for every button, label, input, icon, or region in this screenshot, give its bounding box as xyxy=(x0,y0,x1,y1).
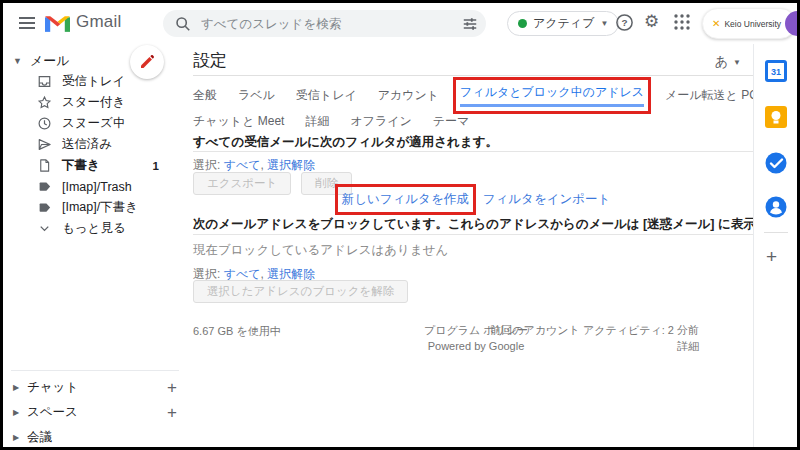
settings-gear-icon[interactable]: ⚙ xyxy=(644,11,659,32)
settings-tabs-row2: チャットと Meet 詳細 オフライン テーマ xyxy=(193,110,759,132)
active-status-dot xyxy=(518,19,527,28)
gmail-m-icon xyxy=(45,13,70,32)
gmail-settings-page: Gmail アクティブ ▼ ? ⚙ ✕ Keio University xyxy=(0,0,800,450)
new-chat-button[interactable]: + xyxy=(167,378,177,398)
create-filter-link[interactable]: 新しいフィルタを作成 xyxy=(342,191,469,208)
select-label: 選択: xyxy=(193,267,220,281)
chevron-down-icon xyxy=(37,221,52,236)
keio-logo-icon: ✕ xyxy=(712,18,720,29)
blocked-section-heading: 次のメールアドレスをブロックしています。これらのアドレスからのメールは [迷惑メ… xyxy=(193,216,759,233)
help-icon[interactable]: ? xyxy=(615,13,634,32)
sidebar-item-imap-trash[interactable]: [Imap]/Trash xyxy=(3,176,191,197)
label-tag-icon xyxy=(37,179,52,194)
search-icon[interactable] xyxy=(175,16,191,32)
avatar[interactable] xyxy=(785,11,800,36)
sidebar-section-label: メール xyxy=(30,52,70,70)
chevron-down-icon: ▼ xyxy=(13,56,22,66)
tab-advanced[interactable]: 詳細 xyxy=(305,113,329,130)
divider xyxy=(193,75,759,76)
label-tag-icon xyxy=(37,200,52,215)
sidebar: ▼ メール 受信トレイ スター付き スヌーズ中 送信済み xyxy=(3,44,191,447)
tab-inbox[interactable]: 受信トレイ xyxy=(296,87,357,104)
sidebar-item-imap-drafts[interactable]: [Imap]/下書き xyxy=(3,197,191,218)
drafts-count-badge: 1 xyxy=(153,160,159,172)
sidebar-item-inbox[interactable]: 受信トレイ xyxy=(3,71,191,92)
tab-filters-blocked-addresses[interactable]: フィルタとブロック中のアドレス xyxy=(460,84,644,107)
page-title: 設定 xyxy=(193,49,227,72)
input-tools-selector[interactable]: あ ▼ xyxy=(715,53,741,71)
chevron-right-icon: ▶ xyxy=(13,383,27,392)
availability-status-button[interactable]: アクティブ ▼ xyxy=(507,11,619,36)
clock-icon xyxy=(37,116,52,131)
sidebar-item-drafts[interactable]: 下書き 1 xyxy=(3,155,191,176)
select-all-link[interactable]: すべて xyxy=(224,267,261,281)
settings-main: 設定 あ ▼ 全般 ラベル 受信トレイ アカウント フィルタとブロック中のアドレ… xyxy=(193,44,759,447)
tab-general[interactable]: 全般 xyxy=(193,87,217,104)
unblock-selected-button[interactable]: 選択したアドレスのブロックを解除 xyxy=(193,280,408,303)
search-bar[interactable] xyxy=(163,10,486,37)
chevron-right-icon: ▶ xyxy=(13,433,27,442)
select-label: 選択: xyxy=(193,158,220,172)
google-calendar-icon[interactable]: 31 xyxy=(763,58,789,84)
sidebar-item-sent[interactable]: 送信済み xyxy=(3,134,191,155)
svg-text:?: ? xyxy=(621,17,627,28)
filters-section-heading: すべての受信メールに次のフィルタが適用されます。 xyxy=(193,134,759,151)
filter-actions-row: 新しいフィルタを作成 フィルタをインポート xyxy=(193,191,759,208)
google-apps-grid-icon[interactable] xyxy=(673,13,691,31)
sidebar-divider xyxy=(11,370,179,371)
draft-icon xyxy=(37,158,52,173)
select-none-link[interactable]: 選択解除 xyxy=(267,267,315,281)
sidebar-section-mail[interactable]: ▼ メール xyxy=(13,52,70,70)
hamburger-menu-icon[interactable] xyxy=(17,13,37,33)
select-all-link[interactable]: すべて xyxy=(224,158,261,172)
send-icon xyxy=(37,137,52,152)
side-panel: 31 + xyxy=(753,44,797,447)
svg-text:31: 31 xyxy=(771,67,781,77)
sidebar-item-more[interactable]: もっと見る xyxy=(3,218,191,239)
search-input[interactable] xyxy=(201,17,462,31)
tab-themes[interactable]: テーマ xyxy=(433,113,470,130)
star-icon xyxy=(37,95,52,110)
sidebar-item-meet[interactable]: ▶ 会議 xyxy=(3,425,191,450)
inbox-icon xyxy=(37,74,52,89)
tab-chat-meet[interactable]: チャットと Meet xyxy=(193,113,284,130)
gmail-logo: Gmail xyxy=(45,12,121,32)
pencil-icon xyxy=(139,54,155,70)
divider xyxy=(193,234,759,235)
divider xyxy=(193,151,759,152)
activity-details-link[interactable]: 詳細 xyxy=(490,338,699,354)
chevron-down-icon: ▼ xyxy=(733,58,741,67)
status-label: アクティブ xyxy=(533,15,594,32)
chevron-down-icon: ▼ xyxy=(600,19,608,28)
account-name: Keio University xyxy=(724,19,781,29)
select-none-link[interactable]: 選択解除 xyxy=(267,158,315,172)
search-options-icon[interactable] xyxy=(462,16,478,32)
sidebar-item-spaces[interactable]: ▶ スペース + xyxy=(3,400,191,425)
tab-labels[interactable]: ラベル xyxy=(238,87,275,104)
tab-offline[interactable]: オフライン xyxy=(350,113,411,130)
header: Gmail アクティブ ▼ ? ⚙ ✕ Keio University xyxy=(3,3,797,44)
import-filters-link[interactable]: フィルタをインポート xyxy=(483,191,611,208)
gmail-wordmark: Gmail xyxy=(76,12,121,32)
settings-tabs-row1: 全般 ラベル 受信トレイ アカウント フィルタとブロック中のアドレス メール転送… xyxy=(193,80,759,110)
blocked-empty-text: 現在ブロックしているアドレスはありません xyxy=(193,242,448,259)
tab-accounts[interactable]: アカウント xyxy=(378,87,439,104)
google-contacts-icon[interactable] xyxy=(763,194,789,220)
last-account-activity: 前回のアカウント アクティビティ: 2 分前 xyxy=(490,322,699,338)
google-tasks-icon[interactable] xyxy=(763,150,789,176)
chevron-right-icon: ▶ xyxy=(13,408,27,417)
sidebar-item-snoozed[interactable]: スヌーズ中 xyxy=(3,113,191,134)
divider xyxy=(764,232,788,233)
sidebar-item-starred[interactable]: スター付き xyxy=(3,92,191,113)
sidebar-groups: ▶ チャット + ▶ スペース + ▶ 会議 xyxy=(3,375,191,450)
account-button[interactable]: ✕ Keio University xyxy=(702,8,796,39)
sidebar-nav: 受信トレイ スター付き スヌーズ中 送信済み 下書き 1 [Imap]/T xyxy=(3,71,191,239)
get-addons-button[interactable]: + xyxy=(766,246,777,268)
sidebar-item-chat[interactable]: ▶ チャット + xyxy=(3,375,191,400)
new-space-button[interactable]: + xyxy=(167,403,177,423)
google-keep-icon[interactable] xyxy=(763,104,789,130)
